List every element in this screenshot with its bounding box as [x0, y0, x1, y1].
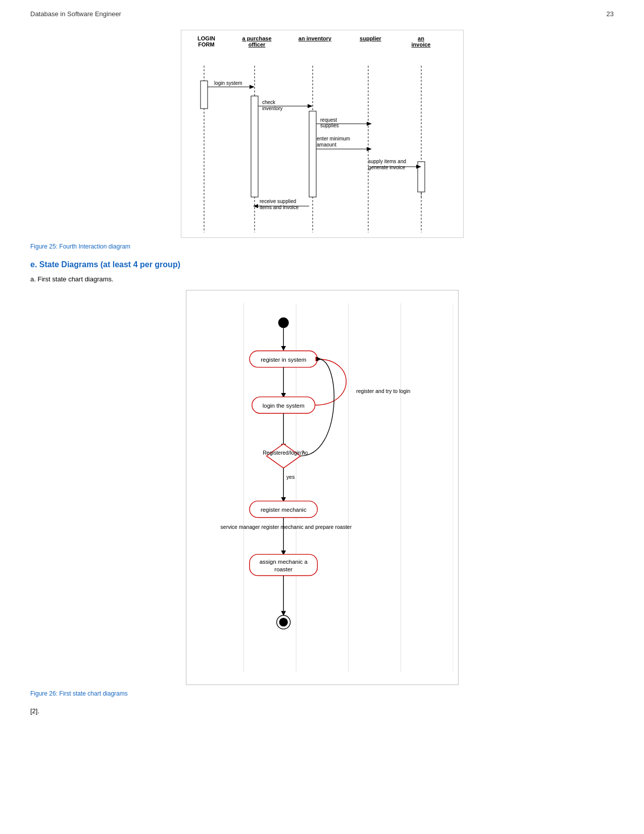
svg-marker-17 — [367, 122, 372, 126]
login-the-system-state — [252, 397, 315, 414]
reference-text: [2]. — [30, 707, 614, 715]
assign-mechanic-state — [250, 554, 317, 575]
svg-text:receive supplied: receive supplied — [260, 199, 296, 204]
svg-text:check: check — [262, 100, 276, 105]
svg-text:enter minimum: enter minimum — [317, 136, 350, 141]
sequence-body: login system check inventory request sup… — [186, 66, 459, 232]
svg-marker-39 — [281, 346, 286, 351]
svg-marker-61 — [281, 611, 286, 616]
svg-marker-42 — [281, 393, 286, 398]
svg-marker-30 — [253, 204, 258, 208]
actor-login-form: LOGINFORM — [191, 35, 222, 47]
svg-text:generate invoice: generate invoice — [368, 165, 406, 170]
svg-text:register and try to login: register and try to login — [356, 388, 410, 394]
svg-marker-53 — [281, 497, 286, 502]
svg-marker-45 — [315, 357, 320, 362]
initial-state — [278, 317, 288, 328]
actor-invoice: aninvoice — [406, 35, 436, 47]
actor-purchase-officer: a purchaseofficer — [237, 35, 277, 47]
page-title: Database in Software Engineer — [30, 10, 121, 18]
svg-text:login system: login system — [214, 80, 242, 86]
svg-text:login the system: login the system — [262, 403, 304, 409]
svg-text:supply items and: supply items and — [368, 159, 406, 164]
svg-marker-13 — [308, 104, 313, 108]
section-heading: e. State Diagrams (at least 4 per group) — [30, 260, 614, 269]
register-in-system-state — [250, 351, 317, 367]
sequence-svg: login system check inventory request sup… — [186, 66, 459, 232]
subsection-label: a. First state chart diagrams. — [30, 275, 614, 283]
svg-marker-10 — [250, 85, 255, 89]
svg-text:items and invoice: items and invoice — [260, 205, 299, 210]
svg-marker-50 — [316, 357, 321, 362]
register-mechanic-state — [250, 501, 317, 518]
svg-text:yes: yes — [286, 474, 294, 480]
svg-rect-7 — [309, 111, 316, 197]
svg-text:request: request — [320, 117, 337, 123]
actor-inventory: an inventory — [295, 35, 335, 41]
svg-text:service manager register mecha: service manager register mechanic and pr… — [220, 524, 352, 530]
svg-marker-23 — [367, 147, 372, 151]
svg-text:no: no — [302, 450, 308, 456]
state-diagram-wrapper: register in system login the system regi… — [186, 290, 459, 685]
svg-rect-6 — [251, 96, 258, 197]
state-diagram: register in system login the system regi… — [191, 296, 453, 679]
final-state-outer — [276, 615, 290, 629]
figure-26-caption: Figure 26: First state chart diagrams — [30, 690, 614, 697]
page-header: Database in Software Engineer 23 — [30, 10, 614, 18]
svg-marker-47 — [281, 444, 286, 449]
svg-text:Registered/login?: Registered/login? — [263, 450, 304, 456]
sequence-diagram: LOGINFORM a purchaseofficer an inventory… — [181, 30, 464, 238]
svg-marker-57 — [281, 551, 286, 556]
figure-25-caption: Figure 25: Fourth Interaction diagram — [30, 243, 614, 250]
state-diagram-svg: register in system login the system regi… — [191, 296, 453, 679]
svg-text:amaount: amaount — [317, 142, 336, 148]
final-state-inner — [279, 618, 287, 626]
decision-diamond — [266, 444, 300, 468]
svg-text:inventory: inventory — [262, 106, 283, 111]
svg-rect-5 — [201, 81, 208, 109]
svg-text:register mechanic: register mechanic — [260, 507, 306, 513]
actor-supplier: supplier — [356, 35, 386, 41]
svg-text:roaster: roaster — [274, 566, 292, 572]
svg-text:assign mechanic a: assign mechanic a — [259, 559, 308, 565]
page-number: 23 — [607, 10, 614, 18]
svg-text:supplies: supplies — [320, 123, 339, 128]
svg-text:register in system: register in system — [261, 357, 306, 363]
